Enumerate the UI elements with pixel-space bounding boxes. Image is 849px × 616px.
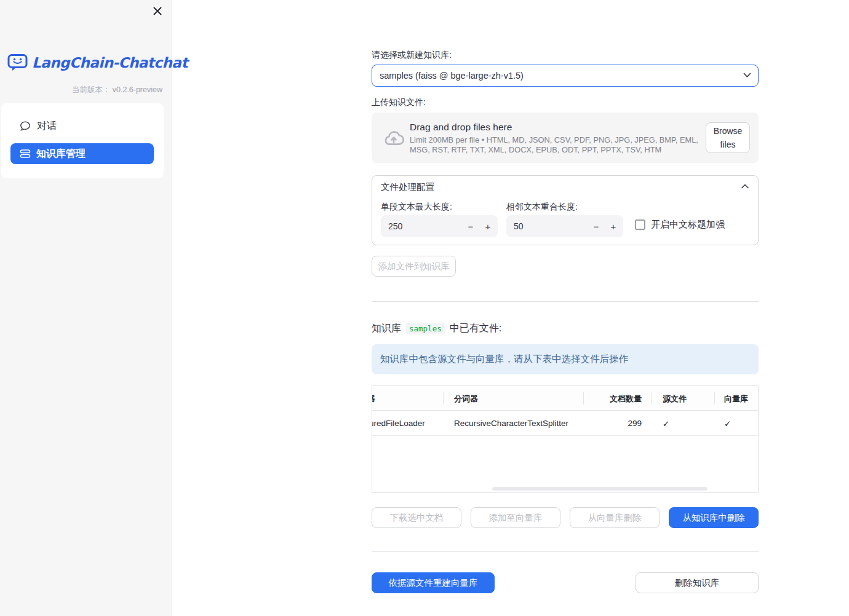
dropzone-title: Drag and drop files here: [410, 122, 512, 133]
version-info: 当前版本： v0.2.6-preview: [72, 85, 162, 95]
kb-files-table[interactable]: 器 分词器 文档数量 源文件 向量库 uredFileLoader Recurs…: [372, 385, 759, 493]
sidebar: LangChain-Chatchat 当前版本： v0.2.6-preview …: [0, 0, 172, 616]
browse-files-button[interactable]: Browse files: [706, 122, 750, 153]
chevron-up-icon: [741, 184, 749, 189]
chat-bubble-icon: [20, 120, 31, 132]
sidebar-item-knowledge-base[interactable]: 知识库管理: [10, 143, 154, 164]
overlap-stepper: − +: [506, 215, 623, 237]
divider: [372, 551, 759, 552]
table-row[interactable]: uredFileLoader RecursiveCharacterTextSpl…: [372, 411, 758, 436]
dropzone-hint: Limit 200MB per file • HTML, MD, JSON, C…: [410, 135, 704, 155]
cell-source-file-check: ✓: [663, 419, 669, 428]
col-loader-header: 器: [372, 393, 375, 405]
cell-doc-count: 299: [583, 419, 642, 428]
add-files-to-kb-button[interactable]: 添加文件到知识库: [372, 256, 456, 277]
chunk-size-stepper: − +: [381, 215, 498, 237]
download-selected-button[interactable]: 下载选中文档: [372, 507, 461, 528]
col-doc-count-header: 文档数量: [583, 393, 642, 405]
zh-title-enhance-label[interactable]: 开启中文标题加强: [651, 219, 725, 231]
cell-splitter: RecursiveCharacterTextSplitter: [454, 419, 568, 428]
chunk-size-input[interactable]: [388, 215, 456, 237]
app-root: LangChain-Chatchat 当前版本： v0.2.6-preview …: [0, 0, 849, 616]
close-sidebar-button[interactable]: [150, 4, 165, 18]
chevron-down-icon: [743, 73, 751, 78]
kb-name-code: samples: [406, 323, 445, 334]
app-logo: LangChain-Chatchat: [7, 53, 188, 72]
info-banner: 知识库中包含源文件与向量库，请从下表中选择文件后操作: [372, 344, 759, 374]
kb-select-dropdown[interactable]: samples (faiss @ bge-large-zh-v1.5): [372, 65, 759, 87]
col-source-file-header: 源文件: [663, 393, 687, 405]
table-header: 器 分词器 文档数量 源文件 向量库: [372, 386, 758, 411]
file-dropzone[interactable]: Drag and drop files here Limit 200MB per…: [372, 113, 759, 163]
column-separator: [714, 392, 715, 405]
kb-files-prefix: 知识库: [372, 322, 401, 335]
col-splitter-header: 分词器: [454, 393, 478, 405]
overlap-increment-button[interactable]: +: [605, 215, 622, 237]
expander-title: 文件处理配置: [381, 181, 434, 193]
cell-loader: uredFileLoader: [372, 419, 425, 428]
chunk-size-increment-button[interactable]: +: [479, 215, 496, 237]
list-stack-icon: [20, 148, 31, 159]
chunk-size-label: 单段文本最大长度:: [381, 202, 452, 213]
kb-files-suffix: 中已有文件:: [450, 322, 501, 335]
app-title: LangChain-Chatchat: [32, 55, 188, 71]
chunk-size-decrement-button[interactable]: −: [462, 215, 479, 237]
upload-label: 上传知识文件:: [372, 97, 426, 108]
zh-title-enhance-checkbox[interactable]: [635, 219, 645, 230]
version-label: 当前版本：: [72, 85, 111, 94]
close-icon: [153, 6, 162, 16]
rebuild-vector-store-button[interactable]: 依据源文件重建向量库: [372, 572, 495, 593]
kb-files-heading: 知识库 samples 中已有文件:: [372, 322, 501, 335]
delete-from-vector-store-button[interactable]: 从向量库删除: [570, 507, 660, 528]
column-separator: [443, 392, 444, 405]
expander-header[interactable]: 文件处理配置: [372, 176, 758, 199]
add-to-vector-store-button[interactable]: 添加至向量库: [471, 507, 560, 528]
sidebar-item-chat[interactable]: 对话: [1, 116, 164, 136]
table-horizontal-scrollbar[interactable]: [492, 487, 708, 491]
version-value: v0.2.6-preview: [113, 85, 162, 94]
sidebar-item-label: 对话: [37, 120, 57, 133]
info-banner-text: 知识库中包含源文件与向量库，请从下表中选择文件后操作: [380, 353, 628, 366]
cell-vector-store-check: ✓: [724, 419, 731, 428]
overlap-input[interactable]: [514, 215, 581, 237]
zh-title-enhance-row: 开启中文标题加强: [635, 219, 725, 231]
overlap-decrement-button[interactable]: −: [588, 215, 605, 237]
kb-select-label: 请选择或新建知识库:: [372, 50, 452, 61]
sidebar-menu: 对话 知识库管理: [1, 103, 164, 178]
column-separator: [652, 392, 652, 405]
col-vector-store-header: 向量库: [724, 393, 748, 405]
divider: [372, 301, 759, 302]
delete-kb-button[interactable]: 删除知识库: [636, 572, 759, 593]
overlap-label: 相邻文本重合长度:: [506, 202, 578, 213]
cloud-upload-icon: [382, 128, 405, 149]
sidebar-item-label: 知识库管理: [36, 148, 86, 160]
kb-select-value: samples (faiss @ bge-large-zh-v1.5): [380, 71, 524, 81]
delete-from-kb-button[interactable]: 从知识库中删除: [669, 507, 759, 528]
file-config-expander: 文件处理配置 单段文本最大长度: 相邻文本重合长度: − + − + 开启中文标…: [372, 175, 759, 245]
chat-smiley-logo-icon: [7, 53, 28, 72]
